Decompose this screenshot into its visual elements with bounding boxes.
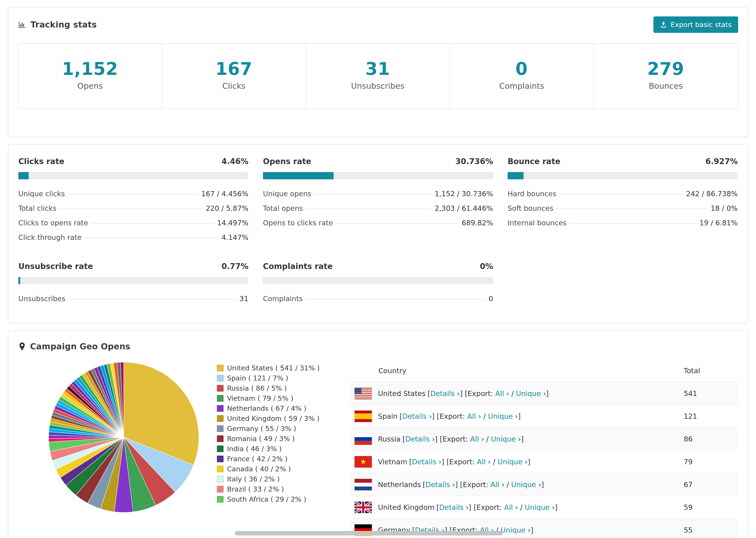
- export-all-link[interactable]: All ›: [504, 503, 518, 511]
- export-unique-link[interactable]: Unique ›: [501, 526, 531, 534]
- legend-label: France ( 42 / 2% ): [227, 455, 288, 463]
- legend-label: Canada ( 40 / 2% ): [227, 465, 291, 473]
- country-name: Spain: [378, 412, 398, 420]
- stats-summary-strip: 1,152 Opens 167 Clicks 31 Unsubscribes 0…: [18, 43, 738, 109]
- legend-swatch: [217, 425, 224, 432]
- chevron-right-icon: ›: [488, 458, 491, 466]
- legend-item-netherlands: Netherlands ( 67 / 4% ): [217, 403, 320, 413]
- rate-title: Opens rate: [263, 157, 311, 166]
- legend-item-germany: Germany ( 55 / 3% ): [217, 423, 320, 434]
- dotted-leader: [570, 223, 696, 224]
- metric-value: 18 / 0%: [711, 204, 738, 212]
- chevron-right-icon: ›: [429, 412, 432, 420]
- geo-country-cell: United States[Details ›] [Export: All › …: [378, 389, 684, 398]
- flag-vn-icon: [354, 456, 372, 467]
- rate-head: Opens rate 30.736%: [263, 157, 493, 166]
- legend-label: South Africa ( 29 / 2% ): [227, 495, 306, 503]
- export-all-link[interactable]: All ›: [467, 412, 481, 420]
- export-unique-link[interactable]: Unique ›: [525, 503, 555, 511]
- legend-label: Spain ( 121 / 7% ): [227, 374, 288, 382]
- dotted-leader: [69, 299, 236, 299]
- details-link[interactable]: Details ›: [439, 503, 469, 511]
- export-all-link[interactable]: All ›: [470, 435, 484, 443]
- stat-clicks: 167 Clicks: [162, 44, 306, 108]
- rate-title: Clicks rate: [18, 157, 64, 166]
- details-link[interactable]: Details ›: [430, 389, 460, 398]
- legend-item-brazil: Brazil ( 33 / 2% ): [217, 484, 320, 494]
- rate-progress-fill: [18, 172, 28, 179]
- chevron-right-icon: ›: [515, 412, 518, 420]
- legend-swatch: [217, 456, 224, 462]
- legend-swatch: [217, 405, 224, 412]
- geo-table-header: Country Total: [350, 360, 738, 382]
- stat-complaints: 0 Complaints: [450, 44, 594, 108]
- legend-label: Germany ( 55 / 3% ): [227, 425, 296, 433]
- legend-label: United States ( 541 / 31% ): [227, 364, 320, 372]
- metric-label: Click through rate: [18, 233, 81, 242]
- legend-swatch: [217, 476, 224, 482]
- details-link[interactable]: Details ›: [425, 480, 455, 489]
- export-unique-link[interactable]: Unique ›: [511, 480, 541, 489]
- dotted-leader: [557, 209, 707, 209]
- rate-head: Complaints rate 0%: [263, 262, 493, 271]
- stat-value: 31: [306, 59, 450, 79]
- country-name: Netherlands: [378, 480, 421, 489]
- details-link[interactable]: Details ›: [405, 435, 435, 443]
- geo-table-row-spain: Spain[Details ›] [Export: All › / Unique…: [350, 405, 738, 428]
- dotted-leader: [306, 299, 485, 299]
- legend-item-russia: Russia ( 86 / 5% ): [217, 383, 320, 393]
- rate-progress-bar: [263, 277, 493, 284]
- geo-table-row-netherlands: Netherlands[Details ›] [Export: All › / …: [350, 473, 738, 496]
- rate-rows: Unique opens 1,152 / 30.736% Total opens…: [263, 190, 493, 227]
- details-link[interactable]: Details ›: [412, 458, 441, 466]
- chevron-right-icon: ›: [439, 458, 441, 466]
- chevron-right-icon: ›: [457, 389, 460, 398]
- geo-total-cell: 55: [684, 526, 738, 534]
- rate-rows: Unsubscribes 31: [18, 295, 248, 303]
- export-unique-link[interactable]: Unique ›: [491, 435, 521, 443]
- rate-value: 4.46%: [222, 157, 249, 166]
- chevron-right-icon: ›: [478, 412, 481, 420]
- export-all-link[interactable]: All ›: [490, 480, 504, 489]
- legend-item-canada: Canada ( 40 / 2% ): [217, 464, 320, 474]
- legend-swatch: [217, 466, 224, 472]
- geo-legend: United States ( 541 / 31% ) Spain ( 121 …: [217, 363, 320, 538]
- tracking-stats-card: Tracking stats Export basic stats 1,152 …: [8, 7, 748, 137]
- stat-value: 279: [594, 59, 738, 79]
- rate-value: 0%: [480, 262, 493, 271]
- metric-label: Hard bounces: [508, 190, 556, 198]
- metric-row: Hard bounces 242 / 86.738%: [508, 190, 738, 198]
- legend-swatch: [217, 375, 224, 381]
- geo-table: Country Total United States[Details ›] […: [350, 360, 738, 538]
- metric-row: Total opens 2,303 / 61.446%: [263, 204, 493, 212]
- country-name: Vietnam: [378, 458, 407, 466]
- chevron-right-icon: ›: [515, 503, 518, 511]
- horizontal-scrollbar[interactable]: [235, 531, 503, 535]
- details-link[interactable]: Details ›: [402, 412, 432, 420]
- legend-label: Russia ( 86 / 5% ): [227, 384, 287, 392]
- metric-row: Click through rate 4.147%: [18, 233, 248, 242]
- flag-nl-icon: [354, 479, 372, 490]
- chevron-right-icon: ›: [543, 389, 546, 398]
- export-all-link[interactable]: All ›: [477, 458, 491, 466]
- export-unique-link[interactable]: Unique ›: [516, 389, 546, 398]
- flag-ru-icon: [354, 433, 372, 445]
- export-unique-link[interactable]: Unique ›: [488, 412, 518, 420]
- country-name: United States: [378, 389, 426, 398]
- country-name: Russia: [378, 435, 401, 443]
- rate-rows: Complaints 0: [263, 295, 493, 303]
- legend-item-france: France ( 42 / 2% ): [217, 454, 320, 464]
- export-icon: [660, 21, 667, 28]
- chevron-right-icon: ›: [528, 526, 531, 534]
- dotted-leader: [315, 194, 432, 194]
- export-basic-stats-button[interactable]: Export basic stats: [653, 17, 738, 33]
- metric-row: Unique clicks 167 / 4.456%: [18, 190, 248, 198]
- rate-rows: Hard bounces 242 / 86.738% Soft bounces …: [508, 190, 738, 227]
- rate-title: Complaints rate: [263, 262, 333, 271]
- export-unique-link[interactable]: Unique ›: [498, 458, 528, 466]
- metric-row: Clicks to opens rate 14.497%: [18, 219, 248, 227]
- export-all-link[interactable]: All ›: [495, 389, 509, 398]
- geo-country-cell: Vietnam[Details ›] [Export: All › / Uniq…: [378, 458, 684, 466]
- legend-swatch: [217, 415, 224, 422]
- rate-block-bounce-rate: Bounce rate 6.927% Hard bounces 242 / 86…: [508, 157, 738, 242]
